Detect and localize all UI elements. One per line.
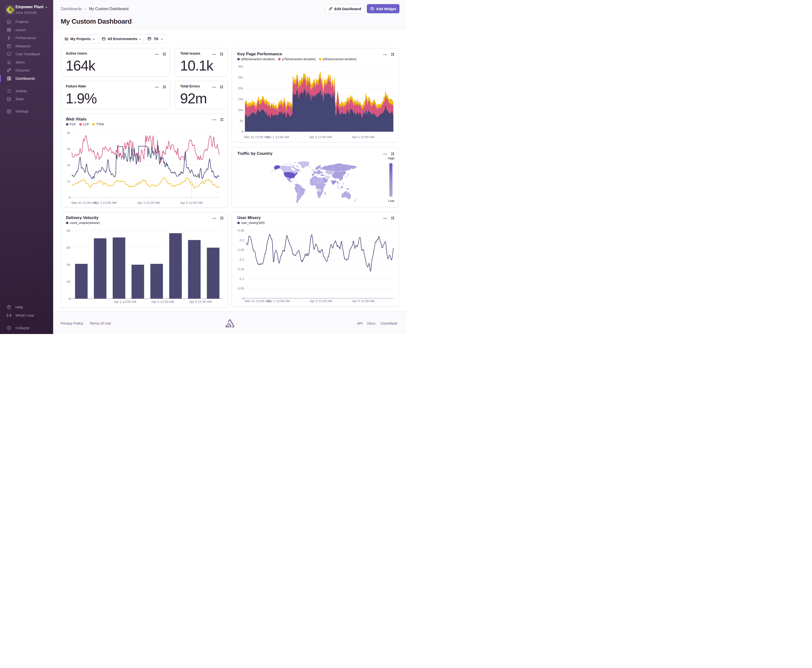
svg-text:Apr 5 12:00 AM: Apr 5 12:00 AM [189, 300, 211, 304]
svg-text:Apr 1 12:00 AM: Apr 1 12:00 AM [266, 135, 289, 139]
svg-text:15s: 15s [238, 97, 243, 101]
svg-text:1s: 1s [67, 179, 70, 183]
svg-text:0: 0 [242, 296, 244, 300]
svg-text:20s: 20s [238, 87, 243, 90]
svg-text:0.2: 0.2 [239, 257, 244, 261]
svg-text:Apr 1 12:00 AM: Apr 1 12:00 AM [94, 201, 117, 205]
svg-text:Apr 1 12:00 AM: Apr 1 12:00 AM [114, 300, 136, 304]
svg-text:0: 0 [69, 195, 70, 199]
svg-text:0.15: 0.15 [238, 267, 244, 271]
svg-text:2s: 2s [67, 163, 70, 167]
svg-text:4s: 4s [67, 131, 70, 134]
svg-text:Mar 31 12:00 AM: Mar 31 12:00 AM [245, 299, 270, 303]
svg-text:5s: 5s [240, 119, 243, 123]
svg-text:0.1: 0.1 [239, 277, 244, 281]
svg-text:3s: 3s [67, 147, 70, 150]
svg-text:25s: 25s [238, 75, 243, 79]
svg-text:Apr 3 12:00 AM: Apr 3 12:00 AM [309, 135, 331, 139]
svg-text:80: 80 [67, 229, 70, 232]
svg-text:30s: 30s [238, 65, 243, 68]
svg-text:10s: 10s [238, 108, 243, 112]
svg-text:Apr 5 12:00 AM: Apr 5 12:00 AM [352, 135, 374, 139]
svg-text:0.25: 0.25 [238, 248, 244, 251]
svg-text:Apr 3 12:00 AM: Apr 3 12:00 AM [310, 299, 332, 303]
svg-text:Mar 31 12:00 AM: Mar 31 12:00 AM [244, 135, 269, 139]
svg-text:0.05: 0.05 [238, 287, 244, 290]
svg-text:0.35: 0.35 [238, 229, 244, 232]
svg-text:40: 40 [67, 263, 70, 266]
svg-text:Apr 3 12:00 AM: Apr 3 12:00 AM [137, 201, 159, 205]
svg-text:Apr 5 12:00 AM: Apr 5 12:00 AM [352, 299, 375, 303]
svg-text:Apr 1 12:00 AM: Apr 1 12:00 AM [267, 299, 290, 303]
svg-text:Mar 31 12:00 AM: Mar 31 12:00 AM [71, 201, 96, 205]
svg-text:20: 20 [67, 280, 70, 284]
svg-text:0: 0 [69, 297, 70, 301]
svg-text:60: 60 [67, 246, 70, 249]
svg-text:0: 0 [241, 130, 243, 134]
svg-text:Apr 3 12:00 AM: Apr 3 12:00 AM [151, 300, 174, 304]
svg-text:Apr 5 12:00 AM: Apr 5 12:00 AM [180, 201, 203, 205]
svg-text:0.3: 0.3 [239, 238, 244, 242]
